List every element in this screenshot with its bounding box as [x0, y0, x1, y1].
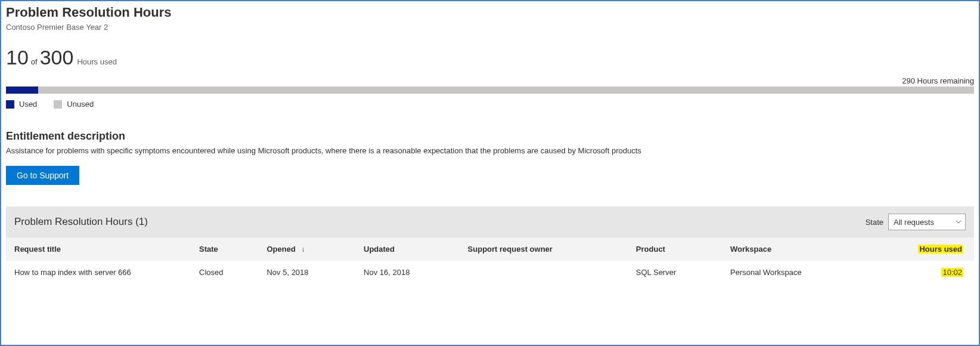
go-to-support-button[interactable]: Go to Support [6, 166, 79, 185]
state-filter-label: State [866, 218, 883, 227]
state-filter-value: All requests [894, 218, 934, 227]
hours-progress-fill [6, 86, 38, 94]
table-header-row: Request title State Opened ↓ Updated Sup… [6, 237, 974, 261]
col-state[interactable]: State [191, 237, 258, 261]
cell-request-title: How to map index with server 666 [6, 261, 191, 284]
requests-table-block: Problem Resolution Hours (1) State All r… [6, 206, 974, 284]
hours-used-label: Hours used [77, 57, 116, 69]
col-hours-used-label: Hours used [918, 245, 963, 254]
hours-remaining-text: 290 Hours remaining [6, 76, 974, 85]
legend-unused-label: Unused [67, 100, 94, 109]
page-subtitle: Contoso Premier Base Year 2 [6, 23, 974, 32]
col-owner[interactable]: Support request owner [460, 237, 628, 261]
requests-table: Request title State Opened ↓ Updated Sup… [6, 237, 974, 284]
cell-owner [460, 261, 628, 284]
table-title-bar: Problem Resolution Hours (1) State All r… [6, 206, 974, 237]
chevron-down-icon [956, 220, 962, 224]
hours-used-value: 10 [6, 46, 29, 69]
col-request-title[interactable]: Request title [6, 237, 191, 261]
progress-legend: Used Unused [6, 100, 974, 109]
state-filter: State All requests [866, 214, 966, 230]
hours-total-value: 300 [40, 46, 74, 69]
legend-used: Used [6, 100, 37, 109]
col-updated[interactable]: Updated [355, 237, 460, 261]
page-title: Problem Resolution Hours [6, 5, 974, 20]
col-opened[interactable]: Opened ↓ [258, 237, 355, 261]
cell-hours-used-value: 10:02 [941, 268, 963, 277]
cell-product: SQL Server [628, 261, 722, 284]
legend-used-label: Used [19, 100, 37, 109]
sort-desc-icon: ↓ [301, 245, 305, 254]
cell-opened: Nov 5, 2018 [258, 261, 355, 284]
hours-progress-bar [6, 86, 974, 94]
cell-workspace: Personal Workspace [722, 261, 868, 284]
legend-unused: Unused [54, 100, 94, 109]
entitlement-description: Assistance for problems with specific sy… [6, 146, 960, 155]
state-filter-select[interactable]: All requests [888, 214, 966, 230]
table-row[interactable]: How to map index with server 666 Closed … [6, 261, 974, 284]
cell-hours-used: 10:02 [868, 261, 974, 284]
page-frame: Problem Resolution Hours Contoso Premier… [0, 0, 980, 346]
entitlement-heading: Entitlement description [6, 130, 974, 143]
table-title: Problem Resolution Hours (1) [14, 216, 148, 228]
col-product[interactable]: Product [628, 237, 722, 261]
legend-used-swatch [6, 100, 14, 109]
col-opened-label: Opened [266, 245, 295, 254]
cell-updated: Nov 16, 2018 [355, 261, 460, 284]
hours-of-label: of [31, 57, 38, 69]
legend-unused-swatch [54, 100, 62, 109]
col-workspace[interactable]: Workspace [722, 237, 868, 261]
hours-summary: 10 of 300 Hours used [6, 46, 974, 69]
col-hours-used[interactable]: Hours used [868, 237, 974, 261]
cell-state: Closed [191, 261, 258, 284]
